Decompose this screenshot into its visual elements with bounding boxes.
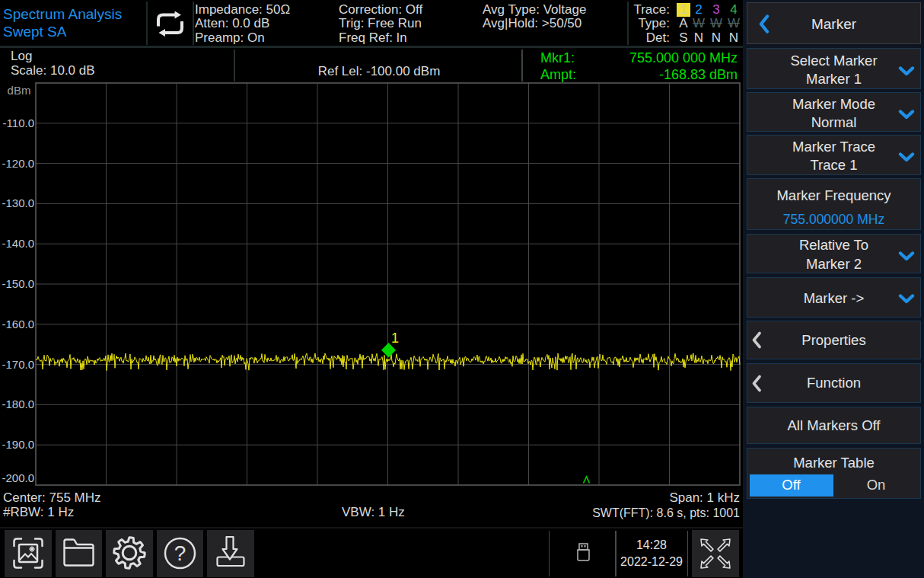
svg-text:1: 1	[391, 331, 399, 346]
svg-text:?: ?	[174, 541, 186, 565]
